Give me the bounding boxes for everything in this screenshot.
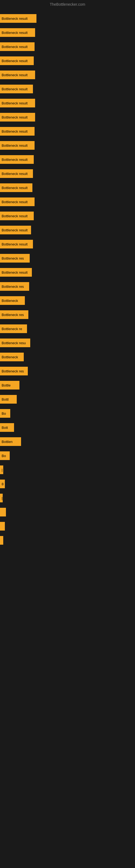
bar-label: Bottleneck re xyxy=(2,327,22,331)
bar-label: | xyxy=(2,496,2,500)
bar-row: Bottleneck result xyxy=(0,166,135,181)
result-bar: Bottleneck result xyxy=(0,14,37,23)
result-bar: Bottleneck result xyxy=(0,56,34,65)
result-bar: Bottleneck result xyxy=(0,113,35,122)
bar-label: Bottleneck result xyxy=(2,214,28,218)
bar-label: Bottleneck result xyxy=(2,87,28,91)
result-bar: Bottleneck result xyxy=(0,85,33,93)
result-bar: Bottleneck result xyxy=(0,28,35,37)
result-bar: Bottleneck result xyxy=(0,212,34,220)
bar-label: Bottleneck result xyxy=(2,158,28,162)
result-bar xyxy=(0,522,5,531)
bar-label: Bottleneck result xyxy=(2,17,28,21)
result-bar: Bottleneck result xyxy=(0,240,33,248)
result-bar: Bottleneck xyxy=(0,296,25,305)
bar-label: 8 xyxy=(2,482,3,486)
bar-row: Bo xyxy=(0,406,135,421)
bar-row: Bottleneck result xyxy=(0,26,135,40)
bars-container: Bottleneck resultBottleneck resultBottle… xyxy=(0,9,135,550)
result-bar: Bottleneck result xyxy=(0,268,32,277)
result-bar: Bottleneck result xyxy=(0,70,35,79)
bar-label: Bottleneck result xyxy=(2,59,28,63)
bar-row xyxy=(0,505,135,519)
result-bar: Bo xyxy=(0,452,10,460)
bar-label: Bottleneck result xyxy=(2,200,28,204)
bar-row: Bottleneck xyxy=(0,293,135,308)
bar-row: Bottleneck res xyxy=(0,364,135,378)
bar-row: Bottleneck result xyxy=(0,82,135,96)
bar-row: Bottleneck result xyxy=(0,96,135,110)
bar-row: Bottleneck result xyxy=(0,40,135,54)
bar-row: Bottleneck result xyxy=(0,265,135,279)
bar-label: Bottleneck xyxy=(2,355,18,359)
result-bar: Bottleneck result xyxy=(0,127,35,135)
bar-row: Bottleneck result xyxy=(0,195,135,209)
result-bar: Bottleneck res xyxy=(0,282,29,291)
bar-label: Bottleneck result xyxy=(2,115,28,119)
bar-row: Bottleneck result xyxy=(0,152,135,166)
bar-label: Bottleneck result xyxy=(2,271,28,275)
bar-row: Bottleneck result xyxy=(0,124,135,138)
result-bar: Bottleneck result xyxy=(0,226,31,235)
bar-label: Bott xyxy=(2,426,8,430)
bar-row: Bottleneck res xyxy=(0,308,135,322)
result-bar: Bott xyxy=(0,423,14,432)
bar-row: Bottlen xyxy=(0,435,135,448)
result-bar: Bottleneck xyxy=(0,352,24,361)
bar-row: Bottle xyxy=(0,378,135,392)
result-bar: 8 xyxy=(0,479,5,488)
result-bar: Bottleneck result xyxy=(0,169,33,178)
bar-label: Bottleneck result xyxy=(2,228,28,232)
result-bar: Bottlen xyxy=(0,437,21,446)
bar-row: Bottleneck result xyxy=(0,68,135,82)
bar-label: Bottleneck xyxy=(2,299,18,303)
bar-label: Bottleneck res xyxy=(2,369,24,373)
bar-row: Bottleneck result xyxy=(0,110,135,124)
bar-label: Bottleneck result xyxy=(2,129,28,133)
bar-row: Bottleneck result xyxy=(0,181,135,195)
bar-label: Bottleneck result xyxy=(2,144,28,148)
bar-row: Bottleneck re xyxy=(0,322,135,336)
bar-row: 8 xyxy=(0,477,135,491)
site-title: TheBottlenecker.com xyxy=(0,0,135,9)
bar-row: Bo xyxy=(0,448,135,463)
bar-row xyxy=(0,533,135,547)
result-bar: Bottleneck result xyxy=(0,183,32,192)
bar-label: Bottleneck res xyxy=(2,313,24,317)
bar-label: Bottleneck result xyxy=(2,101,28,105)
bar-row: Bottleneck result xyxy=(0,237,135,251)
bar-row: Bottl xyxy=(0,392,135,406)
bar-label: Bottleneck result xyxy=(2,45,28,49)
bar-row: | xyxy=(0,463,135,477)
bar-label: Bottleneck result xyxy=(2,172,28,176)
bar-label: Bottleneck result xyxy=(2,242,28,246)
bar-label: Bottleneck resu xyxy=(2,341,26,345)
bar-row: Bottleneck resu xyxy=(0,336,135,350)
bar-row: Bott xyxy=(0,421,135,435)
bar-label: Bottleneck res xyxy=(2,256,24,260)
result-bar: | xyxy=(0,465,3,474)
bar-label: Bo xyxy=(2,454,6,458)
bar-row: Bottleneck res xyxy=(0,251,135,265)
bar-row: Bottleneck result xyxy=(0,138,135,152)
bar-row: Bottleneck result xyxy=(0,11,135,26)
result-bar: Bottleneck res xyxy=(0,367,28,375)
bar-label: Bottleneck result xyxy=(2,73,28,77)
bar-row: | xyxy=(0,491,135,505)
bar-label: Bottle xyxy=(2,383,10,388)
result-bar: | xyxy=(0,494,3,502)
bar-label: Bottlen xyxy=(2,440,12,444)
result-bar: Bottleneck result xyxy=(0,197,35,206)
result-bar: Bottleneck result xyxy=(0,141,35,150)
bar-label: Bottleneck result xyxy=(2,31,28,35)
result-bar: Bottl xyxy=(0,395,17,404)
bar-row: Bottleneck res xyxy=(0,279,135,293)
result-bar: Bottleneck result xyxy=(0,99,35,107)
bar-row: Bottleneck xyxy=(0,350,135,364)
bar-label: Bo xyxy=(2,411,6,415)
bar-row: Bottleneck result xyxy=(0,54,135,68)
bar-label: Bottleneck result xyxy=(2,186,28,190)
bar-label: Bottl xyxy=(2,397,9,401)
bar-row: Bottleneck result xyxy=(0,223,135,237)
result-bar: Bottleneck resu xyxy=(0,339,30,347)
